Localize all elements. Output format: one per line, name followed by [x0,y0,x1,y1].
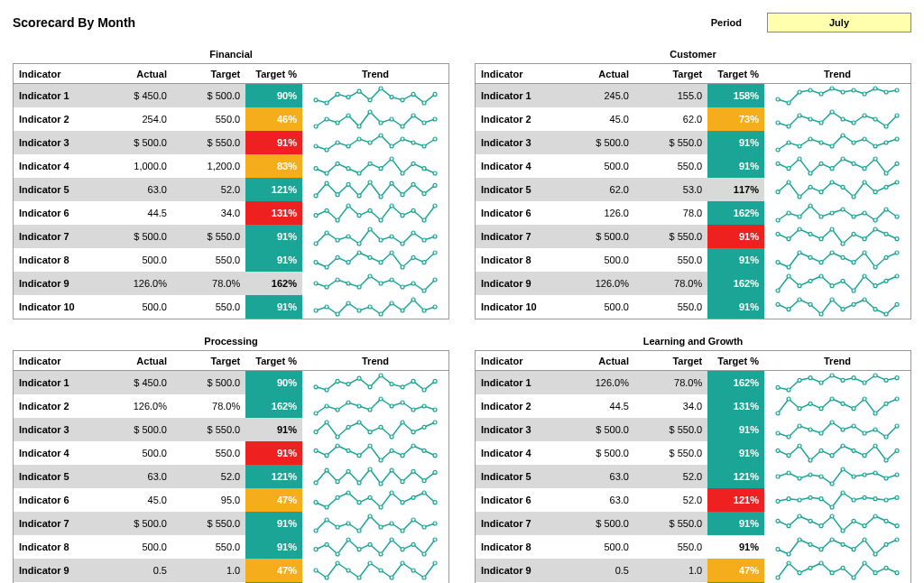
cell-indicator: Indicator 8 [14,248,99,272]
svg-point-122 [798,90,801,94]
cell-indicator: Indicator 7 [14,225,99,248]
svg-point-383 [895,397,899,401]
svg-point-229 [787,308,790,311]
cell-indicator: Indicator 6 [14,201,99,225]
scorecard-grid: FinancialIndicatorActualTargetTarget %Tr… [13,49,911,583]
table-row: Indicator 1$ 450.0$ 500.090% [14,371,449,395]
cell-actual: 63.0 [561,488,634,512]
table-row: Indicator 6126.078.0162% [476,201,911,225]
svg-point-399 [808,458,812,462]
svg-point-146 [798,144,801,148]
svg-point-218 [798,284,801,288]
cell-target-pct: 91% [245,418,302,441]
scorecard-panel: CustomerIndicatorActualTargetTarget %Tre… [475,49,911,319]
svg-point-127 [852,88,855,92]
cell-actual: 500.0 [561,154,634,178]
svg-point-159 [808,171,812,175]
svg-point-88 [357,251,361,254]
svg-point-68 [401,214,404,217]
svg-point-364 [819,381,823,384]
table-row: Indicator 10500.0550.091% [14,295,449,319]
col-head-trend: Trend [764,64,911,84]
svg-point-289 [325,468,328,472]
svg-point-201 [873,227,877,231]
svg-point-288 [314,481,318,485]
svg-point-281 [368,444,372,448]
svg-point-382 [884,402,888,405]
svg-point-361 [787,388,790,392]
table-row: Indicator 8500.0550.091% [14,535,449,559]
cell-target-pct: 121% [245,178,302,201]
svg-point-407 [895,449,899,452]
cell-target-pct: 47% [245,488,302,512]
svg-point-377 [830,397,834,401]
svg-point-291 [346,469,350,473]
svg-point-209 [830,251,834,254]
svg-point-100 [357,285,361,289]
cell-trend-sparkline [302,394,449,418]
svg-point-80 [401,242,404,245]
svg-point-171 [808,185,812,189]
svg-point-342 [379,569,383,572]
svg-point-306 [379,505,383,509]
svg-point-241 [325,388,328,392]
svg-point-82 [422,238,426,242]
cell-actual: 62.0 [561,178,634,201]
cell-target: 550.0 [634,154,707,178]
col-head-trend: Trend [302,351,449,371]
svg-point-142 [884,125,888,128]
svg-point-191 [895,215,899,218]
cell-actual: $ 500.0 [99,225,172,248]
svg-point-417 [873,471,877,475]
col-head-indicator: Indicator [476,64,561,84]
svg-point-153 [873,144,877,148]
svg-point-392 [863,431,866,435]
svg-point-131 [895,88,899,92]
svg-point-396 [776,449,780,452]
svg-point-169 [787,180,790,184]
svg-point-136 [819,121,823,125]
svg-point-59 [433,183,437,187]
svg-point-14 [336,121,339,125]
svg-point-283 [390,449,393,452]
svg-point-65 [368,208,372,212]
table-row: Indicator 8500.0550.091% [476,248,911,272]
svg-point-300 [314,501,318,504]
cell-indicator: Indicator 10 [476,295,561,319]
cell-target: $ 550.0 [172,418,245,441]
table-row: Indicator 7$ 500.0$ 550.091% [14,512,449,535]
svg-point-295 [390,468,393,472]
cell-actual: $ 500.0 [99,418,172,441]
svg-point-258 [379,397,383,401]
svg-point-194 [798,227,801,231]
svg-point-321 [411,518,415,522]
svg-point-177 [873,190,877,194]
svg-point-370 [884,378,888,382]
cell-trend-sparkline [302,295,449,319]
svg-point-56 [401,193,404,197]
svg-point-230 [798,298,801,301]
table-row: Indicator 4$ 500.0$ 550.091% [476,441,911,465]
svg-point-333 [411,542,415,546]
cell-target: 78.0% [634,371,707,395]
svg-point-126 [841,90,845,94]
svg-point-166 [884,171,888,175]
svg-point-276 [314,449,318,452]
cell-trend-sparkline [764,131,911,154]
svg-point-64 [357,214,361,217]
svg-point-77 [368,227,372,231]
period-selector[interactable]: July [767,13,911,32]
svg-point-54 [379,195,383,199]
cell-trend-sparkline [302,559,449,582]
cell-actual: $ 500.0 [561,225,634,248]
svg-point-188 [863,211,866,215]
cell-trend-sparkline [302,154,449,178]
svg-point-338 [336,561,339,565]
svg-point-57 [411,182,415,186]
col-head-actual: Actual [99,351,172,371]
table-row: Indicator 644.534.0131% [14,201,449,225]
svg-point-145 [787,141,790,144]
cell-target: $ 550.0 [634,418,707,441]
svg-point-21 [411,114,415,117]
cell-target-pct: 131% [245,201,302,225]
